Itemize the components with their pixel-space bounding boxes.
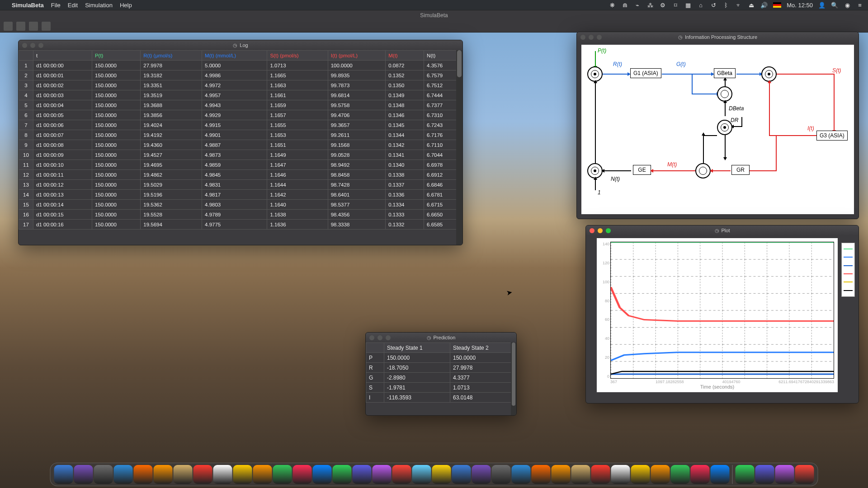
- dock-app-icon[interactable]: [532, 465, 551, 484]
- log-col-t[interactable]: t: [33, 51, 92, 61]
- dock-app-icon[interactable]: [373, 465, 392, 484]
- sound-icon[interactable]: 🔊: [760, 1, 768, 9]
- toolbar-save-button[interactable]: [29, 22, 38, 31]
- dock-app-icon[interactable]: [711, 465, 730, 484]
- menu-file[interactable]: File: [51, 2, 61, 9]
- dock-app-icon[interactable]: [94, 465, 113, 484]
- table-row[interactable]: 4d1 00:00:03150.000019.35194.99571.16619…: [19, 90, 462, 100]
- table-row[interactable]: 8d1 00:00:07150.000019.41924.99011.16539…: [19, 130, 462, 140]
- table-row[interactable]: 11d1 00:00:10150.000019.46954.98591.1647…: [19, 160, 462, 170]
- table-row[interactable]: 15d1 00:00:14150.000019.53624.98031.1640…: [19, 200, 462, 210]
- dock-app-icon[interactable]: [512, 465, 531, 484]
- log-col-S[interactable]: S(t) (pmol/s): [267, 51, 328, 61]
- traffic-lights[interactable]: [590, 228, 611, 233]
- log-scrollbar[interactable]: [456, 50, 462, 245]
- traffic-lights[interactable]: [22, 43, 43, 48]
- dock-app-icon[interactable]: [472, 465, 491, 484]
- plot-titlebar[interactable]: Plot: [586, 225, 859, 235]
- table-row[interactable]: 6d1 00:00:05150.000019.38564.99291.16579…: [19, 110, 462, 120]
- table-row[interactable]: 14d1 00:00:13150.000019.51964.98171.1642…: [19, 190, 462, 200]
- table-row[interactable]: 3d1 00:00:02150.000019.33514.99721.16639…: [19, 80, 462, 90]
- dock-app-icon[interactable]: [795, 465, 814, 484]
- spotlight-icon[interactable]: 🔍: [831, 1, 838, 9]
- status-icon[interactable]: ⌁: [634, 1, 641, 9]
- table-row[interactable]: G-2.89804.3377: [366, 373, 516, 383]
- table-row[interactable]: 17d1 00:00:16150.000019.56944.97751.1636…: [19, 220, 462, 230]
- timemachine-icon[interactable]: ↺: [710, 1, 717, 9]
- table-row[interactable]: 7d1 00:00:06150.000019.40244.99151.16559…: [19, 120, 462, 130]
- log-col-R[interactable]: R(t) (μmol/s): [141, 51, 202, 61]
- table-row[interactable]: 1d1 00:00:00150.000027.99785.00001.07131…: [19, 61, 462, 70]
- menu-edit[interactable]: Edit: [68, 2, 78, 9]
- status-icon[interactable]: ⁂: [646, 1, 654, 9]
- dock-app-icon[interactable]: [432, 465, 451, 484]
- dock-app-icon[interactable]: [114, 465, 133, 484]
- traffic-lights[interactable]: [580, 35, 602, 40]
- dock-app-icon[interactable]: [611, 465, 630, 484]
- bluetooth-icon[interactable]: ᛒ: [722, 1, 730, 9]
- table-row[interactable]: P150.0000150.0000: [366, 353, 516, 363]
- traffic-lights[interactable]: [369, 335, 391, 340]
- prediction-titlebar[interactable]: Prediction: [366, 333, 516, 343]
- flag-de-icon[interactable]: [773, 2, 781, 8]
- dock-app-icon[interactable]: [313, 465, 332, 484]
- dock-app-icon[interactable]: [552, 465, 571, 484]
- dock-app-icon[interactable]: [233, 465, 252, 484]
- table-row[interactable]: I-116.359363.0148: [366, 393, 516, 403]
- scrollbar-thumb[interactable]: [457, 50, 462, 77]
- toolbar-open-button[interactable]: [16, 22, 25, 31]
- table-row[interactable]: R-18.705027.9978: [366, 363, 516, 373]
- dock-app-icon[interactable]: [333, 465, 352, 484]
- dock-app-icon[interactable]: [253, 465, 272, 484]
- dock-app-icon[interactable]: [571, 465, 590, 484]
- scrollbar-thumb[interactable]: [512, 343, 515, 406]
- status-icon[interactable]: ⚙: [659, 1, 666, 9]
- table-row[interactable]: 16d1 00:00:15150.000019.55284.97891.1638…: [19, 210, 462, 220]
- status-icon[interactable]: ⌂: [697, 1, 704, 9]
- toolbar-new-button[interactable]: [4, 22, 13, 31]
- ips-titlebar[interactable]: Information Processing Structure: [577, 32, 859, 42]
- menu-help[interactable]: Help: [120, 2, 132, 9]
- dock-app-icon[interactable]: [273, 465, 292, 484]
- dock-app-icon[interactable]: [392, 465, 411, 484]
- prediction-scrollbar[interactable]: [511, 343, 516, 415]
- dock-app-icon[interactable]: [174, 465, 193, 484]
- table-row[interactable]: S-1.97811.0713: [366, 383, 516, 393]
- dock-app-icon[interactable]: [671, 465, 690, 484]
- dock-app-icon[interactable]: [736, 465, 755, 484]
- wifi-icon[interactable]: ᯤ: [735, 1, 742, 9]
- notification-center-icon[interactable]: ≡: [856, 1, 863, 9]
- dock-app-icon[interactable]: [74, 465, 93, 484]
- dock-app-icon[interactable]: [353, 465, 372, 484]
- eject-icon[interactable]: ⏏: [748, 1, 755, 9]
- dock[interactable]: [50, 463, 818, 486]
- dock-app-icon[interactable]: [452, 465, 471, 484]
- user-icon[interactable]: 👤: [818, 1, 826, 9]
- status-icon[interactable]: ▦: [684, 1, 692, 9]
- status-icon[interactable]: ⌑: [672, 1, 679, 9]
- dock-app-icon[interactable]: [293, 465, 312, 484]
- log-titlebar[interactable]: Log: [19, 40, 462, 50]
- dock-app-icon[interactable]: [412, 465, 431, 484]
- dock-app-icon[interactable]: [193, 465, 212, 484]
- dock-app-icon[interactable]: [631, 465, 650, 484]
- log-col-MM[interactable]: M(t): [386, 51, 424, 61]
- log-col-I[interactable]: I(t) (pmol/L): [328, 51, 386, 61]
- siri-icon[interactable]: ◉: [844, 1, 851, 9]
- table-row[interactable]: 2d1 00:00:01150.000019.31824.99861.16659…: [19, 70, 462, 80]
- dock-app-icon[interactable]: [492, 465, 511, 484]
- dock-app-icon[interactable]: [591, 465, 610, 484]
- toolbar-sim-button[interactable]: [42, 22, 51, 31]
- menubar-clock[interactable]: Mo. 12:50: [787, 2, 813, 9]
- table-row[interactable]: 13d1 00:00:12150.000019.50294.98311.1644…: [19, 180, 462, 190]
- status-icon[interactable]: ❋: [609, 1, 616, 9]
- table-row[interactable]: 12d1 00:00:11150.000019.48624.98451.1646…: [19, 170, 462, 180]
- dock-app-icon[interactable]: [54, 465, 73, 484]
- status-icon[interactable]: ⋒: [621, 1, 628, 9]
- app-menu[interactable]: SimulaBeta: [12, 2, 44, 9]
- dock-app-icon[interactable]: [213, 465, 232, 484]
- dock-app-icon[interactable]: [154, 465, 173, 484]
- table-row[interactable]: 10d1 00:00:09150.000019.45274.98731.1649…: [19, 150, 462, 160]
- dock-app-icon[interactable]: [775, 465, 794, 484]
- dock-app-icon[interactable]: [651, 465, 670, 484]
